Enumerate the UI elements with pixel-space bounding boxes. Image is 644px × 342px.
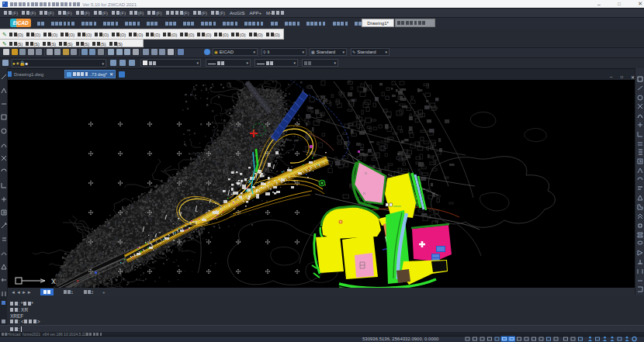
- svg-text:X: X: [51, 278, 56, 285]
